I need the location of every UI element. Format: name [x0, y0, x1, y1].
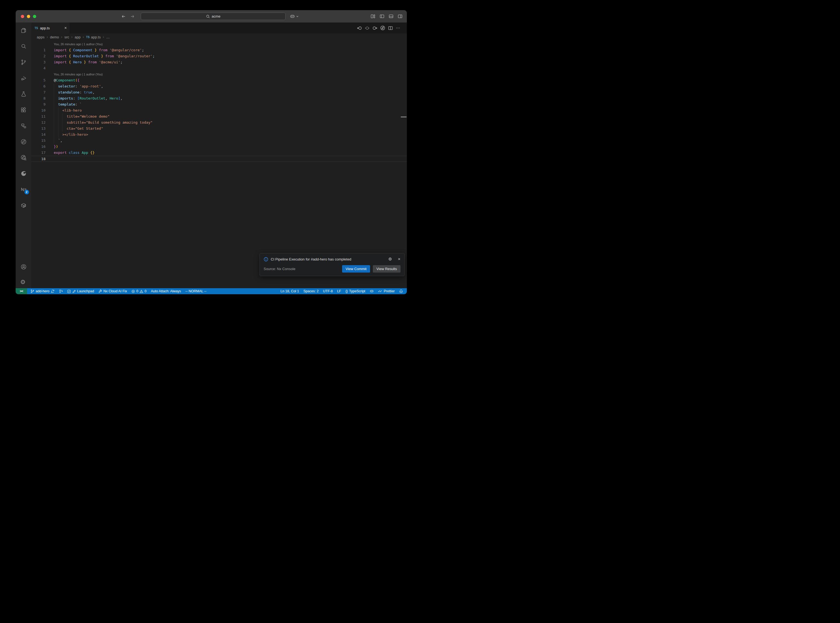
account-icon[interactable] — [20, 264, 27, 270]
codelens-row: You, 26 minutes ago | 1 author (You) — [31, 71, 407, 77]
commit-graph-search-icon[interactable] — [20, 154, 27, 161]
typescript-file-icon: TS — [86, 36, 90, 39]
notification-toast: CI Pipeline Execution for #add-hero has … — [260, 253, 405, 276]
git-compare-status-item[interactable] — [59, 289, 63, 293]
breadcrumb-item[interactable]: demo — [50, 35, 59, 39]
line-number: 18 — [31, 156, 46, 161]
search-value: acme — [212, 14, 221, 18]
close-window-button[interactable] — [21, 15, 24, 18]
error-icon — [131, 290, 135, 293]
prettier-status-item[interactable]: ✓✓ Prettier — [378, 289, 395, 293]
edge-tools-icon[interactable] — [20, 170, 27, 177]
history-forward-icon[interactable] — [130, 14, 135, 18]
toggle-secondary-sidebar-icon[interactable] — [398, 14, 402, 18]
view-results-button[interactable]: View Results — [373, 265, 401, 273]
indentation-status-item[interactable]: Spaces: 2 — [303, 289, 319, 293]
breadcrumb: apps›demo›src›app›TSapp.ts›… — [31, 34, 407, 41]
language-status-item[interactable]: {} TypeScript — [346, 289, 365, 293]
command-center-search[interactable]: acme — [141, 12, 286, 20]
testing-icon[interactable] — [20, 91, 27, 97]
run-debug-icon[interactable] — [20, 75, 27, 81]
code-row: 16}) — [31, 144, 407, 150]
copilot-status-item[interactable] — [370, 289, 374, 293]
line-number: 11 — [31, 114, 46, 120]
code-row: 13 cta="Get Started" — [31, 126, 407, 132]
customize-layout-icon[interactable] — [371, 14, 375, 18]
more-actions-icon[interactable]: ⋯ — [396, 26, 400, 31]
explorer-icon[interactable] — [20, 27, 27, 34]
launchpad-status-item[interactable]: Launchpad — [67, 289, 94, 293]
timeline-graph-icon[interactable] — [380, 26, 385, 31]
remote-indicator[interactable]: >< — [15, 288, 27, 294]
breadcrumb-item[interactable]: app — [75, 35, 81, 39]
checklist-icon — [67, 290, 71, 293]
eol-status-item[interactable]: LF — [337, 289, 341, 293]
encoding-status-item[interactable]: UTF-8 — [323, 289, 333, 293]
typescript-file-icon: TS — [35, 27, 38, 30]
notification-close-icon[interactable]: ✕ — [398, 257, 401, 261]
code-row: 9 template: ` — [31, 101, 407, 107]
notifications-bell-icon[interactable] — [399, 289, 403, 293]
line-number: 17 — [31, 150, 46, 156]
minimize-window-button[interactable] — [27, 15, 30, 18]
code-row: 14 ></lib-hero> — [31, 132, 407, 138]
notification-source: Source: Nx Console — [264, 267, 295, 271]
double-check-icon: ✓✓ — [378, 289, 381, 293]
code-row: 8 imports: [RouterOutlet, Hero], — [31, 95, 407, 101]
breadcrumb-item[interactable]: … — [106, 35, 110, 39]
nx-cloud-fix-status-item[interactable]: Nx Cloud AI Fix — [98, 289, 127, 293]
container-icon[interactable] — [20, 202, 27, 209]
traffic-lights — [21, 15, 36, 18]
commit-graph-icon[interactable] — [20, 138, 27, 145]
split-editor-icon[interactable] — [388, 26, 393, 31]
line-number: 14 — [31, 132, 46, 138]
nx-badge: 2 — [25, 190, 29, 195]
breadcrumb-item[interactable]: apps — [37, 35, 45, 39]
code-rows: You, 26 minutes ago | 1 author (You)1imp… — [31, 41, 407, 162]
copilot-icon — [290, 14, 295, 19]
overview-ruler-marker — [401, 117, 407, 117]
info-icon — [264, 257, 268, 262]
line-number: 16 — [31, 144, 46, 150]
code-editor[interactable]: You, 26 minutes ago | 1 author (You)1imp… — [31, 41, 407, 288]
notification-settings-icon[interactable]: ⚙ — [388, 257, 392, 262]
source-control-icon[interactable] — [20, 59, 27, 66]
zoom-window-button[interactable] — [33, 15, 36, 18]
code-row: 7 standalone: true, — [31, 89, 407, 95]
toggle-panel-icon[interactable] — [389, 14, 393, 18]
branch-name: add-hero — [36, 289, 49, 293]
navigate-back-icon[interactable] — [357, 26, 362, 31]
extensions-icon[interactable] — [20, 107, 27, 113]
branch-status-item[interactable]: add-hero — [31, 289, 55, 293]
line-number: 15 — [31, 138, 46, 144]
breadcrumb-separator: › — [103, 35, 104, 39]
breadcrumb-separator: › — [47, 35, 48, 39]
nx-fix-label: Nx Cloud AI Fix — [103, 289, 127, 293]
chevron-down-icon — [296, 15, 299, 18]
toggle-primary-sidebar-icon[interactable] — [380, 14, 384, 18]
tab-app-ts[interactable]: TS app.ts ✕ — [31, 23, 70, 34]
warning-icon — [140, 290, 143, 293]
history-back-icon[interactable] — [121, 14, 126, 18]
copilot-menu[interactable] — [290, 10, 299, 23]
copilot-icon — [370, 289, 374, 293]
search-sidebar-icon[interactable] — [20, 43, 27, 50]
code-row: 5@Component({ — [31, 77, 407, 83]
breadcrumb-item[interactable]: TSapp.ts — [86, 35, 101, 39]
vim-mode-status-item[interactable]: -- NORMAL -- — [186, 289, 207, 293]
breadcrumb-item[interactable]: src — [64, 35, 69, 39]
auto-attach-status-item[interactable]: Auto Attach: Always — [151, 289, 181, 293]
line-number: 4 — [31, 65, 46, 71]
edit-pencil-icon — [72, 290, 76, 293]
settings-gear-icon[interactable]: ⚙ — [20, 279, 27, 285]
cursor-position-status-item[interactable]: Ln 18, Col 1 — [280, 289, 299, 293]
tab-close-icon[interactable]: ✕ — [64, 26, 67, 30]
view-commit-button[interactable]: View Commit — [342, 265, 370, 273]
code-row: 6 selector: 'app-root', — [31, 83, 407, 89]
navigate-position-icon[interactable] — [365, 26, 370, 31]
navigate-forward-icon[interactable] — [373, 26, 377, 31]
nx-console-icon[interactable]: 2 — [20, 186, 27, 193]
tab-label: app.ts — [40, 26, 50, 30]
problems-status-item[interactable]: 0 0 — [131, 289, 146, 293]
project-structure-icon[interactable] — [20, 123, 27, 129]
